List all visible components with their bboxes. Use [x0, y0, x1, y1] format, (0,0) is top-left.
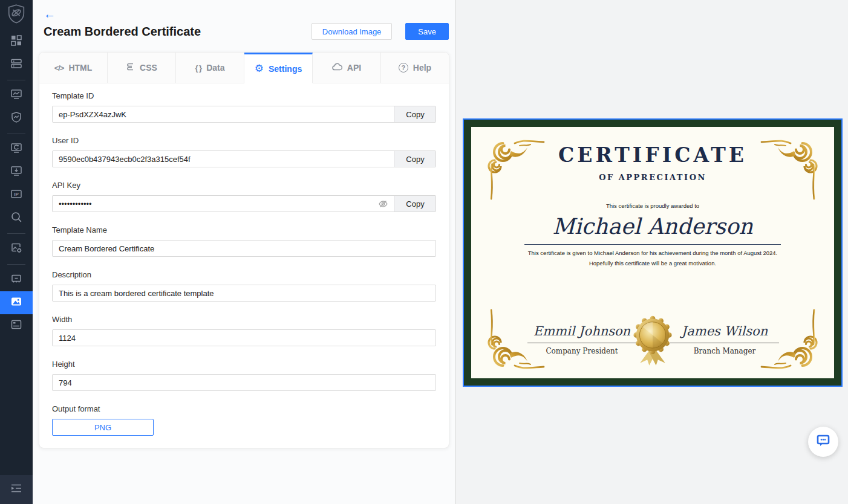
- certificate-awarded-line: This certificate is proudly awarded to: [471, 202, 834, 209]
- tab-data[interactable]: { } Data: [176, 53, 244, 83]
- ip-address-icon: IP: [11, 189, 22, 202]
- sidebar-divider: [7, 134, 25, 134]
- svg-text:IP: IP: [14, 192, 19, 197]
- settings-form: Template ID Copy User ID Copy API Key: [39, 83, 449, 448]
- template-id-input[interactable]: [53, 106, 394, 122]
- width-label: Width: [52, 315, 436, 324]
- signature-name: James Wilson: [670, 324, 779, 343]
- chat-bubble-icon: [815, 433, 831, 451]
- sidebar-item-image-settings[interactable]: [0, 237, 33, 260]
- certificate-preview[interactable]: CERTIFICATE OF APPRECIATION This certifi…: [463, 118, 843, 387]
- gold-medal-icon: [631, 313, 674, 369]
- signature-role: Branch Manager: [670, 347, 779, 355]
- user-id-input[interactable]: [53, 151, 394, 167]
- sidebar-item-ip[interactable]: IP: [0, 184, 33, 207]
- sidebar-item-monitor-analytics[interactable]: [0, 84, 33, 107]
- width-field: Width: [52, 315, 436, 346]
- certificate-recipient-name: Michael Anderson: [471, 214, 834, 239]
- editor-header: ← Cream Bordered Certificate Download Im…: [33, 0, 455, 40]
- height-field: Height: [52, 360, 436, 391]
- template-name-field: Template Name: [52, 225, 436, 257]
- settings-card: </> HTML CSS { } Data ⚙ Settings: [39, 52, 449, 448]
- card-layout-icon: [11, 319, 22, 332]
- sidebar-item-list[interactable]: [0, 53, 33, 76]
- description-field: Description: [52, 270, 436, 302]
- code-icon: </>: [54, 63, 64, 73]
- tab-help[interactable]: ? Help: [381, 53, 449, 83]
- height-label: Height: [52, 360, 436, 369]
- description-label: Description: [52, 270, 436, 279]
- tab-html[interactable]: </> HTML: [39, 53, 108, 83]
- sidebar-divider: [7, 80, 25, 80]
- signature-block-left: Emmil Johnson Company President: [527, 324, 636, 355]
- back-button[interactable]: ←: [44, 7, 56, 21]
- braces-icon: { }: [195, 63, 201, 73]
- gear-icon: ⚙: [255, 62, 264, 75]
- output-format-field: Output format PNG: [52, 404, 436, 436]
- sidebar-divider: [7, 233, 25, 234]
- sidebar-item-image-template[interactable]: [0, 291, 33, 314]
- tab-css[interactable]: CSS: [108, 53, 176, 83]
- presentation-icon: [11, 273, 22, 286]
- download-image-button[interactable]: Download Image: [311, 23, 393, 40]
- certificate-divider: [524, 244, 781, 245]
- editor-panel: ← Cream Bordered Certificate Download Im…: [33, 0, 455, 504]
- monitor-chart-icon: [11, 89, 22, 102]
- output-format-png-button[interactable]: PNG: [52, 419, 154, 436]
- certificate-body-text: This certificate is given to Michael And…: [471, 248, 834, 268]
- width-input[interactable]: [53, 330, 435, 346]
- template-id-copy-button[interactable]: Copy: [394, 106, 435, 122]
- output-format-label: Output format: [52, 404, 436, 413]
- template-id-label: Template ID: [52, 91, 436, 100]
- height-input[interactable]: [53, 375, 435, 390]
- question-icon: ?: [399, 63, 408, 73]
- sidebar-divider: [7, 264, 25, 265]
- monitor-sync-icon: [11, 143, 22, 156]
- monitor-download-icon: [11, 166, 22, 179]
- template-id-field: Template ID Copy: [52, 91, 436, 123]
- api-key-copy-button[interactable]: Copy: [394, 196, 435, 212]
- api-key-input[interactable]: [53, 196, 372, 212]
- tab-settings[interactable]: ⚙ Settings: [244, 53, 313, 83]
- template-name-label: Template Name: [52, 225, 436, 234]
- image-template-icon: [11, 296, 22, 309]
- shield-analytics-icon: [11, 112, 22, 125]
- description-input[interactable]: [53, 285, 435, 301]
- save-button[interactable]: Save: [405, 23, 449, 40]
- sidebar-item-search[interactable]: [0, 207, 33, 230]
- dashboard-icon: [11, 35, 22, 48]
- api-key-field: API Key Copy: [52, 181, 436, 212]
- api-key-label: API Key: [52, 181, 436, 190]
- user-id-copy-button[interactable]: Copy: [394, 151, 435, 167]
- image-settings-icon: [11, 242, 22, 256]
- template-name-input[interactable]: [53, 241, 435, 256]
- signature-block-right: James Wilson Branch Manager: [670, 324, 779, 355]
- collapse-menu-icon: [10, 483, 22, 496]
- sidebar-item-presentation[interactable]: [0, 268, 33, 291]
- page-title: Cream Bordered Certificate: [44, 25, 311, 39]
- gold-flourish-icon: [760, 138, 821, 201]
- cloud-icon: [332, 62, 342, 73]
- app-logo[interactable]: [0, 0, 33, 30]
- sidebar-item-card-layout[interactable]: [0, 314, 33, 337]
- preview-panel: CERTIFICATE OF APPRECIATION This certifi…: [455, 0, 848, 504]
- shield-logo-icon: [7, 4, 25, 26]
- sidebar-item-dashboard[interactable]: [0, 30, 33, 53]
- user-id-field: User ID Copy: [52, 136, 436, 167]
- css-icon: [126, 62, 135, 73]
- tab-api[interactable]: API: [313, 53, 381, 83]
- tab-bar: </> HTML CSS { } Data ⚙ Settings: [39, 53, 449, 83]
- sidebar-collapse-button[interactable]: [0, 475, 33, 504]
- eye-slash-icon[interactable]: [372, 196, 394, 212]
- sidebar: IP: [0, 0, 33, 504]
- gold-flourish-icon: [484, 138, 545, 201]
- chat-support-button[interactable]: [808, 427, 838, 457]
- certificate-canvas: CERTIFICATE OF APPRECIATION This certifi…: [471, 127, 834, 378]
- sidebar-item-shield-analytics[interactable]: [0, 107, 33, 130]
- sidebar-item-monitor-sync[interactable]: [0, 138, 33, 161]
- user-id-label: User ID: [52, 136, 436, 145]
- sidebar-item-monitor-download[interactable]: [0, 161, 33, 184]
- signature-role: Company President: [527, 347, 636, 355]
- signature-name: Emmil Johnson: [527, 324, 636, 343]
- search-icon: [11, 212, 22, 225]
